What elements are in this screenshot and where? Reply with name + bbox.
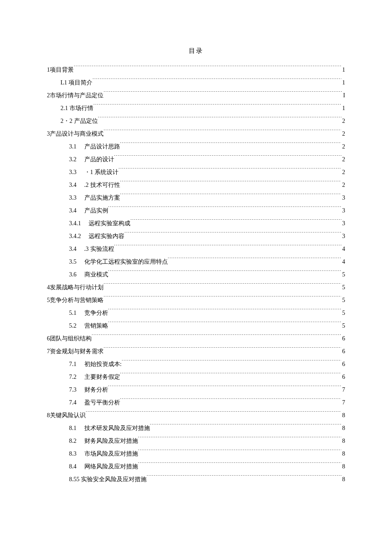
toc-label: 资金规划与财务需求 [50,345,104,358]
toc-container: 1项目背景 1L1 项目简介12市场行情与产品定位 I2.1 市场行情 12・2… [47,64,345,486]
toc-page-number: 5 [341,307,345,320]
toc-number: 3.3 [69,166,84,179]
toc-page-number: 2 [341,166,345,179]
toc-number: 8.5 [69,473,77,486]
toc-leader [104,347,341,353]
toc-page-number: 5 [341,268,345,281]
toc-label: 远程实验内容 [89,230,124,243]
toc-label: 项目背景 [50,64,74,76]
toc-page-number: 1 [341,64,345,76]
toc-page-number: 6 [341,358,345,371]
toc-page-number: 2 [341,179,345,192]
toc-label: 初始投资成本: [84,358,122,371]
toc-number: 3.1 [69,140,84,153]
toc-entry: 3.2产品的设计2 [47,153,345,166]
toc-entry: 8关键风险认识8 [47,409,345,422]
toc-label: 远程实验室构成 [89,217,130,230]
toc-number: 3 [47,128,50,140]
toc-entry: 3.5化学化工远程实验室的应用特点 4 [47,256,345,268]
document-page: 目录 1项目背景 1L1 项目简介12市场行情与产品定位 I2.1 市场行情 1… [0,0,392,507]
toc-leader [108,309,342,315]
toc-entry: 4发展战略与行动计划 5 [47,281,345,294]
toc-number: 4 [47,281,50,294]
toc-label: .2 技术可行性 [84,179,120,192]
toc-page-number: 1 [341,102,345,115]
toc-number: 8 [47,409,50,422]
toc-entry: 7资金规划与财务需求 6 [47,345,345,358]
toc-leader [130,219,341,225]
toc-entry: 5竞争分析与营销策略 5 [47,294,345,307]
toc-label: 竞争分析与营销策略 [50,294,104,307]
toc-leader [74,66,341,72]
toc-number: 7 [47,345,50,358]
toc-label: 关键风险认识 [50,409,86,422]
toc-number: 1 [47,64,50,76]
toc-number: 8.1 [69,422,84,435]
toc-leader [104,130,341,136]
toc-label: 技术研发风险及应对措施 [84,422,150,435]
toc-entry: 3.1产品设计思路2 [47,140,345,153]
toc-number: 3.4.2 [69,230,89,243]
toc-label: 网络风险及应对措施 [84,460,138,473]
toc-leader [108,206,342,212]
toc-label: 竞争分析 [84,307,108,320]
toc-label: 5 实验安全风险及应对措施 [77,473,147,486]
toc-leader [114,155,342,161]
toc-page-number: 8 [341,447,345,460]
toc-leader [120,142,342,148]
toc-entry: 8.5 5 实验安全风险及应对措施8 [47,473,345,486]
toc-label: 团队与组织结构 [50,332,92,345]
toc-page-number: 3 [341,204,345,217]
toc-entry: 3.3产品实施方案3 [47,192,345,204]
toc-number: 3.5 [69,256,84,268]
toc-label: 财务风险及应对措施 [84,435,138,447]
toc-number: 3.4.1 [69,217,89,230]
toc-leader [124,232,341,238]
toc-leader [108,386,342,392]
toc-page-number: 7 [341,384,345,396]
toc-title: 目录 [47,47,345,55]
toc-leader [120,194,342,200]
toc-leader [104,283,341,289]
toc-entry: 7.3财务分析7 [47,384,345,396]
toc-leader [92,334,341,340]
toc-entry: 3.4.2 技术可行性2 [47,179,345,192]
toc-label: 产品实施方案 [84,192,120,204]
toc-page-number: 1 [341,76,345,89]
toc-number: 3.4 [69,179,84,192]
toc-entry: 1项目背景 1 [47,64,345,76]
toc-number: 2 [47,89,50,102]
toc-label: 产品实例 [84,204,108,217]
toc-number: 3.2 [69,153,84,166]
toc-label: .3 实验流程 [84,243,114,256]
toc-number: 5.2 [69,320,84,332]
toc-page-number: 8 [341,409,345,422]
toc-number: 7.1 [69,358,84,371]
toc-leader [120,398,342,404]
toc-label: 市场风险及应对措施 [84,447,138,460]
toc-number: 3.4 [69,243,84,256]
toc-leader [118,168,341,174]
toc-page-number: 8 [341,460,345,473]
toc-page-number: 2 [341,140,345,153]
toc-leader [168,258,342,264]
toc-entry: 2市场行情与产品定位 I [47,89,345,102]
toc-label: 市场行情与产品定位 [50,89,104,102]
toc-entry: 3产品设计与商业模式 2 [47,128,345,140]
toc-number: 7.2 [69,371,84,384]
toc-leader [120,373,342,379]
toc-entry: 3.4.1远程实验室构成 3 [47,217,345,230]
toc-leader [104,296,341,302]
toc-label: 财务分析 [84,384,108,396]
toc-label: ・1 系统设计 [84,166,119,179]
toc-number: 5.1 [69,307,84,320]
toc-page-number: 3 [341,217,345,230]
toc-page-number: 4 [341,243,345,256]
toc-page-number: 8 [341,422,345,435]
toc-page-number: 8 [341,435,345,447]
toc-leader [104,91,342,97]
toc-entry: 8.2财务风险及应对措施8 [47,435,345,447]
toc-label: 2・2 产品定位 [61,115,98,128]
toc-label: 化学化工远程实验室的应用特点 [84,256,168,268]
toc-leader [86,411,341,417]
